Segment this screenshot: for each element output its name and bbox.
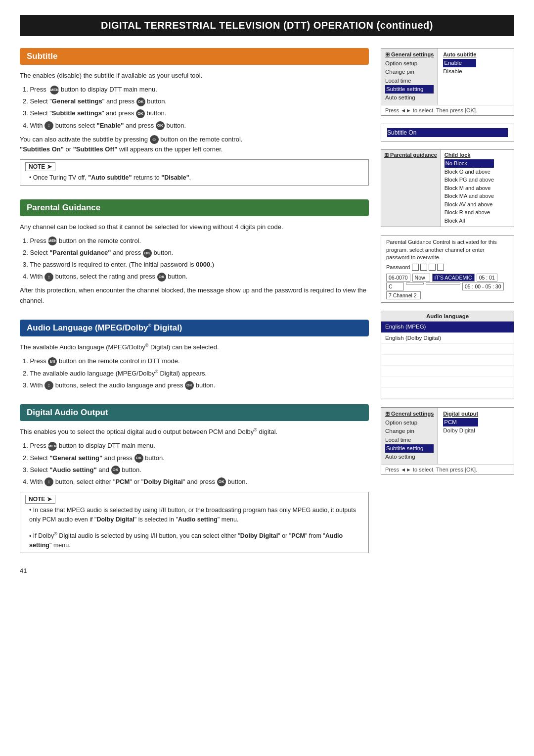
subtitle-title: Subtitle: [20, 48, 369, 65]
parental-block-m: Block M and above: [445, 184, 494, 192]
parental-block-g: Block G and above: [445, 168, 494, 176]
left-column: Subtitle The enables (disable) the subti…: [20, 48, 369, 574]
digital-subtitle-setting: Subtitle setting: [385, 444, 434, 453]
subtitle-step-1: 1. Press MENU button to display DTT main…: [23, 85, 369, 94]
ok-icon-1: OK: [136, 97, 145, 106]
digital-auto-setting: Auto setting: [385, 453, 434, 461]
ch-time-2: [406, 283, 424, 284]
digital-step-2: 2. Select "General setting" and press OK…: [23, 453, 369, 463]
audio-lang-6: [381, 377, 514, 388]
digital-output-caption: Press ◄► to select. Then press [OK].: [381, 464, 514, 474]
ok-icon-9: OK: [217, 477, 226, 486]
subtitle-menu-change-pin: Change pin: [385, 68, 434, 76]
audio-lang-7: [381, 388, 514, 399]
subtitle-step-4: 4. With ↕ buttons select "Enable" and pr…: [23, 121, 369, 131]
subtitle-note-label: NOTE ➤: [25, 162, 55, 171]
digital-output-left-title: ⊞ General settings: [385, 411, 434, 417]
subtitle-menu-left-title: ⊞ General settings: [385, 51, 434, 58]
password-label: Password: [386, 264, 410, 270]
parental-block-pg: Block PG and above: [445, 176, 494, 184]
audio-lang-4: [381, 355, 514, 366]
ok-icon-4: OK: [143, 249, 152, 258]
subtitle-menu-option-setup: Option setup: [385, 59, 434, 68]
audio-lang-dolby: English (Dolby Digital): [381, 333, 514, 344]
digital-note-box: NOTE ➤ In case that MPEG audio is select…: [20, 492, 369, 553]
subtitle-step-3: 3. Select "Subtitle settings" and press …: [23, 108, 369, 118]
ok-icon-8: OK: [111, 466, 120, 474]
ch-dur-2: 05 : 00 - 05 : 30: [462, 283, 504, 290]
menu-icon-2: MENU: [48, 236, 57, 245]
digital-step-4: 4. With ↕ button, select either "PCM" or…: [23, 477, 369, 487]
ok-icon-7: OK: [134, 454, 143, 463]
digital-dolby: Dolby Digital: [443, 426, 478, 435]
parental-step-4: 4. With ↕ buttons, select the rating and…: [23, 272, 369, 282]
password-sq-4: [437, 264, 444, 271]
audio-language-box: Audio language English (MPEG) English (D…: [381, 311, 514, 399]
digital-audio-title: Digital Audio Output: [20, 404, 369, 421]
parental-step-3: 3. The password is required to enter. (T…: [23, 260, 369, 270]
parental-block-r: Block R and above: [445, 208, 494, 217]
subtitle-menu-disable: Disable: [443, 67, 476, 76]
ok-icon-6: OK: [185, 381, 194, 390]
content-area: Subtitle The enables (disable) the subti…: [20, 48, 514, 574]
subtitle-note-box: NOTE ➤ Once Turing TV off, "Auto subtitl…: [20, 159, 369, 186]
digital-note-1: In case that MPEG audio is selected by u…: [29, 506, 363, 524]
parental-intro: Any channel can be locked so that it can…: [20, 222, 369, 232]
password-squares: [412, 264, 444, 271]
ch-dur-1: 05 : 01: [477, 274, 497, 282]
subtitle-intro: The enables (disable) the subtitle if av…: [20, 71, 369, 81]
subtitle-on-box: Subtitle On: [381, 124, 514, 142]
subtitle-step-2: 2. Select "General settings" and press O…: [23, 96, 369, 106]
parental-menu-left-title: ⊞ Parental guidance: [384, 152, 437, 158]
subtitle-menu-left: ⊞ General settings Option setup Change p…: [381, 48, 438, 105]
subtitle-menu-right: Auto subtitle Enable Disable: [438, 48, 481, 105]
digital-local-time: Local time: [385, 436, 434, 444]
updown-icon-2: ↕: [44, 273, 53, 282]
password-row: Password: [386, 264, 509, 271]
subtitle-menu-subtitle-setting: Subtitle setting: [385, 85, 434, 94]
digital-output-inner: ⊞ General settings Option setup Change p…: [381, 408, 514, 464]
parental-menu-box: ⊞ Parental guidance Child lock No Block …: [381, 149, 514, 227]
audio-lang-3: [381, 344, 514, 355]
ch-prog-2: [426, 283, 460, 284]
channel-row-1: 06-0070 Now IT'S ACADEMIC 05 : 01: [386, 274, 509, 282]
parental-menu-right: Child lock No Block Block G and above Bl…: [441, 150, 498, 227]
audio-lang-5: [381, 366, 514, 377]
digital-step-3: 3. Select "Audio setting" and OK button.: [23, 465, 369, 475]
subtitle-menu-inner: ⊞ General settings Option setup Change p…: [381, 48, 514, 105]
ch-time-1: Now: [412, 274, 430, 282]
parental-step-2: 2. Select "Parental guidance" and press …: [23, 248, 369, 258]
digital-change-pin: Change pin: [385, 427, 434, 435]
parental-block-all: Block All: [445, 217, 494, 225]
ok-icon-5: OK: [157, 273, 166, 282]
digital-output-right-title: Digital output: [443, 411, 478, 417]
parental-menu-right-title: Child lock: [445, 152, 494, 158]
updown-icon-3: ↕: [44, 381, 53, 390]
digital-pcm: PCM: [443, 418, 478, 426]
subtitle-menu-caption: Press ◄► to select. Then press [OK].: [381, 105, 514, 115]
parental-block-av: Block AV and above: [445, 200, 494, 209]
password-inner: Parental Guidance Control is activated f…: [381, 236, 514, 302]
subtitle-menu-box: ⊞ General settings Option setup Change p…: [381, 48, 514, 116]
channel-row-2: C 05 : 00 - 05 : 30: [386, 283, 509, 290]
parental-title: Parental Guidance: [20, 199, 369, 216]
subtitle-btn-icon: ☺: [150, 135, 159, 144]
parental-block-ma: Block MA and above: [445, 192, 494, 200]
audio-section: Audio Language (MPEG/Dolby® Digital) The…: [20, 320, 369, 390]
password-sq-2: [420, 264, 427, 271]
audio-step-2: 2. The available audio language (MPEG/Do…: [23, 368, 369, 378]
updown-icon-1: ↕: [44, 121, 53, 130]
digital-step-1: 1. Press MENU button to display DTT main…: [23, 441, 369, 451]
audio-step-3: 3. With ↕ buttons, select the audio lang…: [23, 380, 369, 390]
password-box: Parental Guidance Control is activated f…: [381, 235, 514, 303]
ch-prog-1: IT'S ACADEMIC: [432, 274, 475, 282]
audio-lang-mpeg: English (MPEG): [381, 322, 514, 332]
subtitle-menu-local-time: Local time: [385, 77, 434, 85]
digital-output-left: ⊞ General settings Option setup Change p…: [381, 408, 438, 464]
audio-step-1: 1. Press I/II button on the remote contr…: [23, 356, 369, 366]
parental-section: Parental Guidance Any channel can be loc…: [20, 199, 369, 306]
channel-row-3: 7 Channel 2: [386, 291, 509, 299]
ii-icon: I/II: [48, 357, 57, 366]
right-column: ⊞ General settings Option setup Change p…: [381, 48, 514, 574]
parental-menu-inner: ⊞ Parental guidance Child lock No Block …: [381, 150, 514, 227]
